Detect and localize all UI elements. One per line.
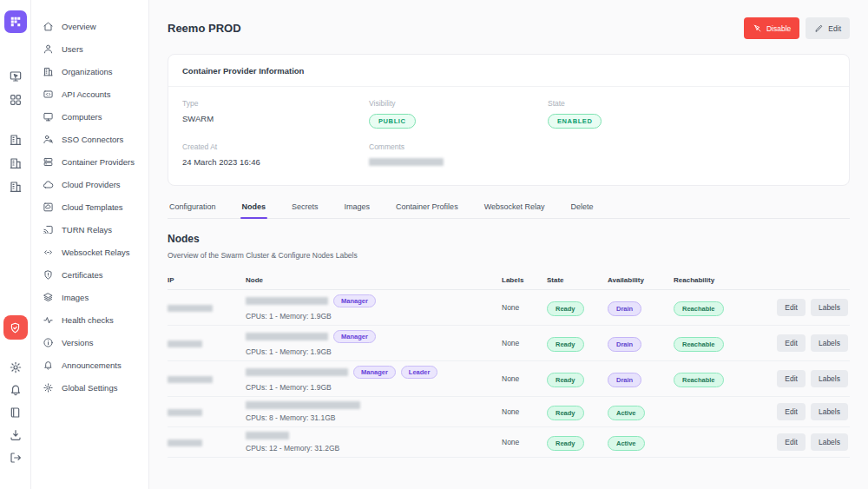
pencil-icon [814, 23, 824, 33]
row-labels-button[interactable]: Labels [811, 299, 848, 316]
nodes-section-title: Nodes [168, 233, 850, 245]
role-badge-manager: Manager [333, 330, 376, 343]
tab[interactable]: Delete [569, 202, 595, 218]
field-type: Type SWARM [182, 99, 369, 129]
card-title: Container Provider Information [168, 55, 849, 87]
redacted-ip [168, 376, 213, 383]
cloud-icon [43, 179, 54, 190]
docs-icon[interactable] [9, 406, 23, 420]
redacted-ip [168, 439, 202, 446]
tab[interactable]: Secrets [290, 202, 320, 218]
health-icon [43, 314, 54, 326]
sso-icon [43, 134, 54, 145]
rail-org-group [9, 133, 23, 194]
sidebar-item[interactable]: Overview [31, 15, 148, 37]
disable-button[interactable]: Disable [744, 17, 799, 39]
sidebar-item[interactable]: Global Settings [31, 376, 148, 399]
websocket-icon [43, 247, 54, 258]
export-icon[interactable] [9, 428, 23, 442]
node-row: Manager CPUs: 1 - Memory: 1.9GB None Rea… [168, 326, 850, 361]
sidebar-item-label: Images [62, 293, 89, 302]
row-labels-button[interactable]: Labels [811, 433, 848, 451]
bell-icon [43, 360, 54, 371]
sidebar-item[interactable]: SSO Connectors [31, 128, 148, 150]
gear-icon[interactable] [9, 360, 23, 374]
row-edit-button[interactable]: Edit [777, 370, 806, 387]
tab[interactable]: Configuration [168, 202, 218, 218]
state-badge: Ready [547, 436, 584, 451]
sidebar-item-label: API Accounts [62, 89, 111, 99]
type-value: SWARM [182, 114, 369, 123]
sidebar-item[interactable]: Cloud Templates [31, 195, 148, 218]
sidebar-item[interactable]: Cloud Providers [31, 173, 148, 195]
availability-badge: Drain [608, 373, 641, 387]
screen-share-icon[interactable] [9, 69, 23, 83]
sidebar-item[interactable]: Websocket Relays [31, 241, 148, 263]
sidebar-item[interactable]: TURN Relays [31, 218, 148, 241]
cloud-box-icon [43, 202, 54, 213]
sidebar-item[interactable]: Users [31, 37, 148, 60]
sidebar-item[interactable]: Organizations [31, 60, 148, 83]
tab[interactable]: Websocket Relay [483, 202, 547, 218]
row-edit-button[interactable]: Edit [777, 403, 806, 420]
role-badge-manager: Manager [333, 294, 376, 307]
sidebar-item[interactable]: Container Providers [31, 150, 148, 173]
edit-button[interactable]: Edit [806, 17, 850, 39]
logout-icon[interactable] [9, 451, 23, 465]
reachability-badge: Reachable [674, 373, 724, 387]
labels-value: None [502, 303, 547, 312]
row-edit-button[interactable]: Edit [777, 433, 806, 451]
sidebar-item[interactable]: Certificates [31, 263, 148, 286]
apps-icon[interactable] [9, 93, 23, 107]
info-icon [43, 337, 54, 348]
gear-icon [43, 382, 54, 393]
row-labels-button[interactable]: Labels [811, 403, 848, 420]
sidebar-item-label: Overview [62, 22, 96, 31]
redacted-ip [168, 340, 202, 347]
bell-icon[interactable] [9, 383, 23, 397]
layers-icon [43, 292, 54, 303]
visibility-badge: PUBLIC [369, 114, 416, 129]
state-badge: Ready [547, 373, 584, 387]
state-badge: Ready [547, 301, 584, 316]
nodes-table-body: Manager CPUs: 1 - Memory: 1.9GB None Rea… [168, 290, 850, 458]
node-row: CPUs: 8 - Memory: 31.1GB None Ready Acti… [168, 397, 850, 427]
redacted-ip [168, 305, 213, 312]
security-alert-badge[interactable] [3, 315, 28, 340]
redacted-node-name [246, 401, 360, 409]
sidebar-item[interactable]: Computers [31, 105, 148, 128]
redacted-node-name [246, 368, 348, 376]
organization-icon[interactable] [9, 156, 23, 170]
sidebar-item[interactable]: Images [31, 286, 148, 308]
row-labels-button[interactable]: Labels [811, 334, 848, 352]
tab[interactable]: Nodes [240, 202, 268, 218]
node-specs: CPUs: 8 - Memory: 31.1GB [246, 413, 502, 422]
tab[interactable]: Images [343, 202, 372, 218]
monitor-icon [43, 111, 54, 122]
redacted-ip [168, 409, 202, 416]
sidebar-item[interactable]: Announcements [31, 354, 148, 376]
redacted-node-name [246, 297, 328, 305]
detail-tabs: Configuration Nodes Secrets Images Conta… [168, 202, 850, 219]
row-edit-button[interactable]: Edit [777, 334, 806, 352]
sidebar-item[interactable]: Versions [31, 331, 148, 354]
organization-icon[interactable] [9, 180, 23, 194]
redacted-comments [369, 158, 444, 166]
sidebar-item[interactable]: API Accounts [31, 83, 148, 105]
nodes-table: IP Node Labels State Availability Reacha… [168, 271, 850, 458]
availability-badge: Drain [608, 337, 641, 352]
row-edit-button[interactable]: Edit [777, 299, 806, 316]
row-labels-button[interactable]: Labels [811, 370, 848, 387]
api-icon [43, 89, 54, 100]
organization-icon[interactable] [9, 133, 23, 147]
sidebar-item-label: SSO Connectors [62, 135, 123, 144]
node-specs: CPUs: 1 - Memory: 1.9GB [246, 347, 502, 356]
labels-value: None [502, 407, 547, 416]
sidebar-item[interactable]: Health checks [31, 308, 148, 331]
user-icon [43, 43, 54, 55]
state-badge: ENABLED [548, 114, 602, 129]
sidebar-item-label: Computers [62, 112, 102, 122]
reemo-logo[interactable] [4, 10, 27, 33]
rail-bottom-group [9, 360, 23, 465]
tab[interactable]: Container Profiles [394, 202, 460, 218]
